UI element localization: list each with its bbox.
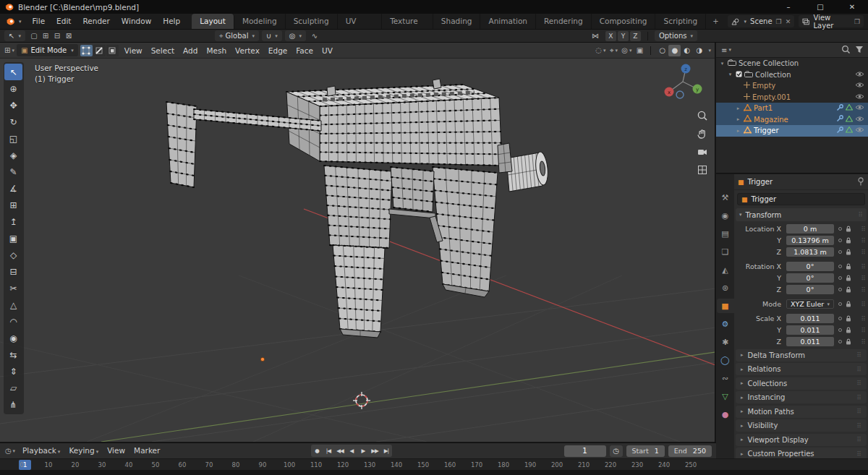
workspace-tab-shading[interactable]: Shading: [433, 14, 481, 29]
expand-caret-icon[interactable]: ▸: [735, 106, 741, 111]
next-keyframe-button[interactable]: ▶▶: [369, 445, 380, 457]
navigation-gizmo[interactable]: z x y: [657, 60, 709, 108]
minimize-button[interactable]: –: [773, 0, 804, 14]
tool-annotate[interactable]: ✎: [4, 163, 22, 180]
animate-decorator-icon[interactable]: [838, 265, 842, 268]
properties-tab-object-data[interactable]: ▽: [717, 389, 734, 403]
lock-icon[interactable]: [846, 327, 851, 333]
use-preview-range-icon[interactable]: ◷: [610, 445, 623, 457]
outliner-row-part1[interactable]: ▸Part1: [716, 103, 868, 114]
view-layer-selector[interactable]: View Layer ❐: [799, 15, 864, 27]
frame-start-field[interactable]: Start 1: [626, 445, 665, 457]
outliner-row-empty[interactable]: Empty: [716, 80, 868, 92]
tool-edge-slide[interactable]: ⇆: [4, 346, 22, 363]
workspace-tab-rendering[interactable]: Rendering: [536, 14, 592, 29]
viewport-menu-select[interactable]: Select: [147, 43, 179, 59]
expand-caret-icon[interactable]: ▸: [735, 116, 741, 122]
visibility-eye-icon[interactable]: [855, 82, 864, 90]
menu-render[interactable]: Render: [77, 14, 115, 29]
editor-type-icon[interactable]: ⊞▾: [4, 46, 15, 56]
properties-tab-world[interactable]: ⊛: [717, 281, 734, 295]
timeline-menu-playback[interactable]: Playback▾: [18, 442, 64, 460]
properties-tab-object[interactable]: ■: [717, 299, 734, 313]
show-gizmos-icon[interactable]: ⌖▾: [608, 46, 619, 56]
mesh-data-icon[interactable]: [846, 104, 853, 112]
shading-material-preview-icon[interactable]: ◐: [681, 45, 693, 56]
tool-cursor[interactable]: ⊕: [4, 80, 22, 97]
section-visibility[interactable]: ▸Visibility⠿: [736, 419, 867, 432]
timeline-menu-marker[interactable]: Marker: [129, 442, 164, 460]
select-extend-icon[interactable]: ⊞: [40, 31, 51, 41]
jump-to-start-button[interactable]: |◀: [323, 445, 334, 457]
tool-bevel[interactable]: ◇: [4, 247, 22, 263]
tool-select-box[interactable]: ↖: [4, 64, 22, 80]
section-instancing[interactable]: ▸Instancing⠿: [736, 391, 867, 403]
blender-menu-button[interactable]: ▾: [0, 14, 27, 29]
workspace-tab-sculpting[interactable]: Sculpting: [286, 14, 338, 29]
editor-type-icon[interactable]: ≡▾: [720, 45, 732, 55]
expand-caret-icon[interactable]: ▾: [727, 72, 733, 77]
proportional-edit-toggle[interactable]: ◎ ▾: [285, 30, 306, 41]
timeline-ruler[interactable]: 1 01020304050607080901001101201301401501…: [0, 458, 868, 470]
value-field[interactable]: 0.011: [786, 314, 834, 324]
outliner-row-collection[interactable]: ▾Collection: [716, 69, 868, 81]
properties-tab-view-layer[interactable]: ❏: [717, 244, 734, 259]
properties-tab-tool[interactable]: ⚒: [717, 190, 734, 205]
viewport-menu-add[interactable]: Add: [179, 43, 202, 59]
value-field[interactable]: 0.011: [786, 325, 834, 335]
play-reverse-button[interactable]: ◀: [346, 445, 357, 457]
viewport-menu-edge[interactable]: Edge: [264, 43, 292, 59]
select-set-icon[interactable]: ▢: [28, 31, 40, 41]
expand-caret-icon[interactable]: ▸: [735, 128, 741, 134]
lock-icon[interactable]: [846, 286, 851, 293]
rotation-mode-dropdown[interactable]: XYZ Euler▾: [786, 299, 834, 309]
section-relations[interactable]: ▸Relations⠿: [736, 363, 867, 375]
snap-toggle[interactable]: ∪ ▾: [262, 30, 282, 41]
shading-solid-icon[interactable]: ●: [668, 45, 681, 56]
breadcrumb-object-name[interactable]: Trigger: [748, 178, 773, 186]
expand-caret-icon[interactable]: ▾: [719, 61, 726, 67]
outliner-row-magazine[interactable]: ▸Magazine: [716, 114, 868, 126]
lock-icon[interactable]: [846, 315, 851, 322]
tool-knife[interactable]: ✂: [4, 280, 22, 296]
camera-view-icon[interactable]: [696, 145, 708, 158]
visibility-eye-icon[interactable]: [855, 104, 864, 112]
visibility-eye-icon[interactable]: [855, 116, 864, 124]
workspace-tab-layout[interactable]: Layout: [192, 14, 234, 29]
workspace-tab-modeling[interactable]: Modeling: [234, 14, 286, 29]
transform-orientation-dropdown[interactable]: ⌖ Global ▾: [215, 30, 259, 41]
visibility-eye-icon[interactable]: [855, 71, 864, 79]
tool-shrink-fatten[interactable]: ⇕: [4, 363, 22, 380]
tool-inset-faces[interactable]: ▣: [4, 230, 22, 247]
value-field[interactable]: 0 m: [786, 224, 834, 234]
value-field[interactable]: 0.13796 m: [786, 236, 834, 246]
tool-scale[interactable]: ◱: [4, 130, 22, 147]
filter-icon[interactable]: [855, 46, 864, 55]
vertex-select-button[interactable]: [80, 45, 93, 56]
scene-selector[interactable]: ▾ Scene ❐ ✕: [728, 15, 795, 27]
workspace-tab-animation[interactable]: Animation: [480, 14, 536, 29]
transform-panel-header[interactable]: ▾ Transform ⠿: [736, 208, 867, 221]
properties-tab-output[interactable]: ▤: [717, 226, 734, 241]
editor-type-icon[interactable]: ◷▾: [4, 446, 16, 456]
add-workspace-button[interactable]: +: [706, 14, 725, 29]
shading-wireframe-icon[interactable]: ○: [656, 45, 668, 56]
menu-file[interactable]: File: [27, 14, 51, 29]
lock-icon[interactable]: [846, 237, 851, 244]
tool-shear[interactable]: ▱: [4, 380, 22, 396]
animate-decorator-icon[interactable]: [838, 328, 842, 332]
tool-move[interactable]: ✥: [4, 97, 22, 114]
timeline-menu-keying[interactable]: Keying▾: [64, 442, 103, 460]
workspace-tab-scripting[interactable]: Scripting: [655, 14, 706, 29]
value-field[interactable]: 0°: [786, 273, 834, 283]
properties-tab-render[interactable]: ◉: [717, 208, 734, 223]
outliner-row-trigger[interactable]: ▸Trigger: [716, 125, 868, 137]
menu-help[interactable]: Help: [157, 14, 186, 29]
menu-edit[interactable]: Edit: [51, 14, 77, 29]
tool-extrude-region[interactable]: ↥: [4, 213, 22, 230]
properties-tab-scene[interactable]: ◭: [717, 262, 734, 277]
falloff-icon[interactable]: ∿: [309, 31, 320, 41]
tool-spin[interactable]: ◠: [4, 313, 22, 330]
new-view-layer-icon[interactable]: ❐: [854, 18, 860, 25]
mirror-axis-z[interactable]: Z: [630, 31, 641, 41]
